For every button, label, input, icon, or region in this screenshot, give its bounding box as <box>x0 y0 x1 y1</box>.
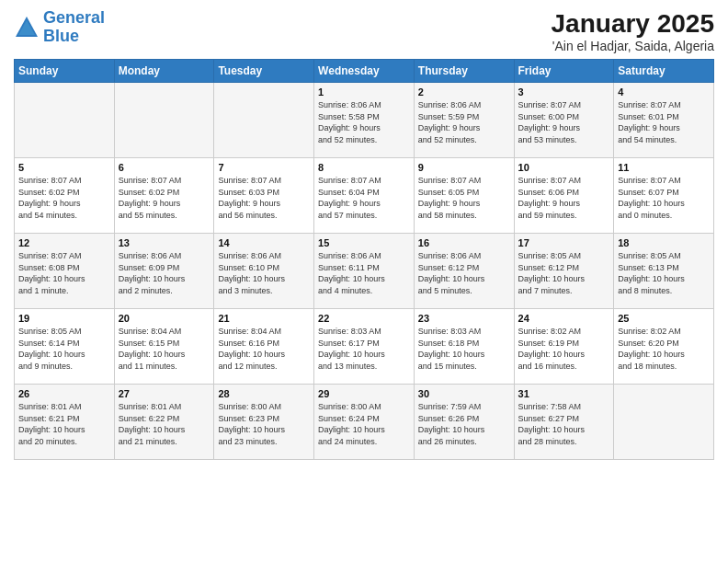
day-info-line: Daylight: 10 hours <box>418 424 510 436</box>
day-info-line: Sunset: 5:58 PM <box>318 111 410 123</box>
day-info-line: Daylight: 10 hours <box>218 273 310 285</box>
day-number: 24 <box>518 313 610 324</box>
day-number: 25 <box>618 313 710 324</box>
day-info-line: Daylight: 10 hours <box>518 273 610 285</box>
day-info-line: and 54 minutes. <box>618 134 710 146</box>
day-info-line: Daylight: 10 hours <box>518 424 610 436</box>
calendar-cell: 15Sunrise: 8:06 AMSunset: 6:11 PMDayligh… <box>314 234 415 309</box>
day-info-line: and 58 minutes. <box>418 210 510 222</box>
day-info-line: Sunrise: 8:07 AM <box>119 175 210 187</box>
day-info-line: Sunset: 6:08 PM <box>18 262 110 274</box>
day-info-line: Sunrise: 8:03 AM <box>318 326 410 338</box>
day-info-line: Sunrise: 8:06 AM <box>418 250 510 262</box>
day-info-line: and 54 minutes. <box>18 210 110 222</box>
day-info-line: Sunrise: 7:58 AM <box>518 401 610 413</box>
calendar-cell: 4Sunrise: 8:07 AMSunset: 6:01 PMDaylight… <box>614 83 714 158</box>
day-info-line: Sunset: 6:04 PM <box>318 187 410 199</box>
calendar-cell: 6Sunrise: 8:07 AMSunset: 6:02 PMDaylight… <box>114 158 214 234</box>
weekday-header-saturday: Saturday <box>614 60 714 83</box>
day-info-line: Sunset: 6:21 PM <box>18 413 110 425</box>
day-number: 7 <box>218 162 310 173</box>
day-info-line: Sunrise: 8:00 AM <box>218 401 310 413</box>
weekday-header-sunday: Sunday <box>15 60 115 83</box>
day-info-line: Sunrise: 8:07 AM <box>18 250 110 262</box>
week-row-2: 12Sunrise: 8:07 AMSunset: 6:08 PMDayligh… <box>15 234 714 309</box>
weekday-header-friday: Friday <box>514 60 614 83</box>
day-number: 12 <box>18 237 110 248</box>
page-title: January 2025 <box>552 9 714 39</box>
day-info-line: Sunset: 6:13 PM <box>618 262 710 274</box>
day-info-line: and 16 minutes. <box>518 361 610 373</box>
calendar-cell: 19Sunrise: 8:05 AMSunset: 6:14 PMDayligh… <box>15 309 115 385</box>
calendar-cell: 9Sunrise: 8:07 AMSunset: 6:05 PMDaylight… <box>414 158 514 234</box>
day-info-line: Sunset: 6:11 PM <box>318 262 410 274</box>
day-info-line: and 52 minutes. <box>418 134 510 146</box>
day-info-line: Sunrise: 8:06 AM <box>318 99 410 111</box>
week-row-1: 5Sunrise: 8:07 AMSunset: 6:02 PMDaylight… <box>15 158 714 234</box>
day-info-line: Daylight: 10 hours <box>318 424 410 436</box>
day-number: 21 <box>218 313 310 324</box>
day-info: Sunrise: 8:05 AMSunset: 6:12 PMDaylight:… <box>518 250 610 296</box>
day-info: Sunrise: 8:07 AMSunset: 6:07 PMDaylight:… <box>618 175 710 221</box>
day-number: 27 <box>119 388 210 399</box>
calendar-cell: 26Sunrise: 8:01 AMSunset: 6:21 PMDayligh… <box>15 385 115 460</box>
day-info-line: Sunset: 6:26 PM <box>418 413 510 425</box>
calendar-cell: 13Sunrise: 8:06 AMSunset: 6:09 PMDayligh… <box>114 234 214 309</box>
day-info-line: Sunrise: 8:06 AM <box>318 250 410 262</box>
calendar-cell: 16Sunrise: 8:06 AMSunset: 6:12 PMDayligh… <box>414 234 514 309</box>
day-info-line: Sunrise: 8:06 AM <box>218 250 310 262</box>
day-number: 26 <box>18 388 110 399</box>
day-info: Sunrise: 8:04 AMSunset: 6:15 PMDaylight:… <box>119 326 210 372</box>
calendar-cell: 10Sunrise: 8:07 AMSunset: 6:06 PMDayligh… <box>514 158 614 234</box>
logo-line1: General <box>43 8 105 27</box>
day-number: 22 <box>318 313 410 324</box>
calendar-cell: 20Sunrise: 8:04 AMSunset: 6:15 PMDayligh… <box>114 309 214 385</box>
calendar-cell: 18Sunrise: 8:05 AMSunset: 6:13 PMDayligh… <box>614 234 714 309</box>
day-number: 29 <box>318 388 410 399</box>
logo-icon <box>14 15 40 40</box>
calendar-table: SundayMondayTuesdayWednesdayThursdayFrid… <box>14 59 714 460</box>
day-info-line: Daylight: 9 hours <box>218 198 310 210</box>
day-info: Sunrise: 8:06 AMSunset: 6:11 PMDaylight:… <box>318 250 410 296</box>
day-info-line: Sunset: 6:06 PM <box>518 187 610 199</box>
day-info-line: Sunrise: 8:07 AM <box>618 99 710 111</box>
day-info-line: and 56 minutes. <box>218 210 310 222</box>
calendar-cell: 8Sunrise: 8:07 AMSunset: 6:04 PMDaylight… <box>314 158 415 234</box>
calendar-cell <box>15 83 115 158</box>
day-info-line: Daylight: 9 hours <box>618 122 710 134</box>
calendar-cell <box>614 385 714 460</box>
day-info-line: Daylight: 10 hours <box>518 349 610 361</box>
day-info-line: and 26 minutes. <box>418 436 510 448</box>
day-info-line: Sunset: 6:12 PM <box>518 262 610 274</box>
day-info: Sunrise: 7:58 AMSunset: 6:27 PMDaylight:… <box>518 401 610 447</box>
day-info-line: Sunset: 6:02 PM <box>18 187 110 199</box>
logo-line2: Blue <box>43 27 79 45</box>
calendar-cell <box>214 83 314 158</box>
day-info: Sunrise: 8:02 AMSunset: 6:20 PMDaylight:… <box>618 326 710 372</box>
day-info-line: Sunset: 6:18 PM <box>418 338 510 350</box>
day-info-line: Sunset: 6:07 PM <box>618 187 710 199</box>
day-number: 9 <box>418 162 510 173</box>
day-info-line: and 24 minutes. <box>318 436 410 448</box>
day-info-line: Sunset: 6:03 PM <box>218 187 310 199</box>
calendar-cell: 27Sunrise: 8:01 AMSunset: 6:22 PMDayligh… <box>114 385 214 460</box>
calendar-cell: 24Sunrise: 8:02 AMSunset: 6:19 PMDayligh… <box>514 309 614 385</box>
day-number: 2 <box>418 86 510 98</box>
day-info-line: Sunrise: 8:05 AM <box>618 250 710 262</box>
day-info-line: Sunset: 6:17 PM <box>318 338 410 350</box>
calendar-cell: 30Sunrise: 7:59 AMSunset: 6:26 PMDayligh… <box>414 385 514 460</box>
day-info: Sunrise: 8:06 AMSunset: 6:09 PMDaylight:… <box>119 250 210 296</box>
day-info: Sunrise: 8:05 AMSunset: 6:13 PMDaylight:… <box>618 250 710 296</box>
day-info-line: Daylight: 10 hours <box>218 424 310 436</box>
day-number: 4 <box>618 86 710 98</box>
day-info-line: Sunrise: 8:01 AM <box>119 401 210 413</box>
day-number: 1 <box>318 86 410 98</box>
day-info: Sunrise: 8:07 AMSunset: 6:06 PMDaylight:… <box>518 175 610 221</box>
day-info-line: Sunrise: 8:01 AM <box>18 401 110 413</box>
day-info: Sunrise: 8:01 AMSunset: 6:22 PMDaylight:… <box>119 401 210 447</box>
day-info-line: and 52 minutes. <box>318 134 410 146</box>
day-info-line: and 13 minutes. <box>318 361 410 373</box>
day-info-line: Sunrise: 8:07 AM <box>518 175 610 187</box>
day-info-line: and 28 minutes. <box>518 436 610 448</box>
calendar-cell: 29Sunrise: 8:00 AMSunset: 6:24 PMDayligh… <box>314 385 415 460</box>
